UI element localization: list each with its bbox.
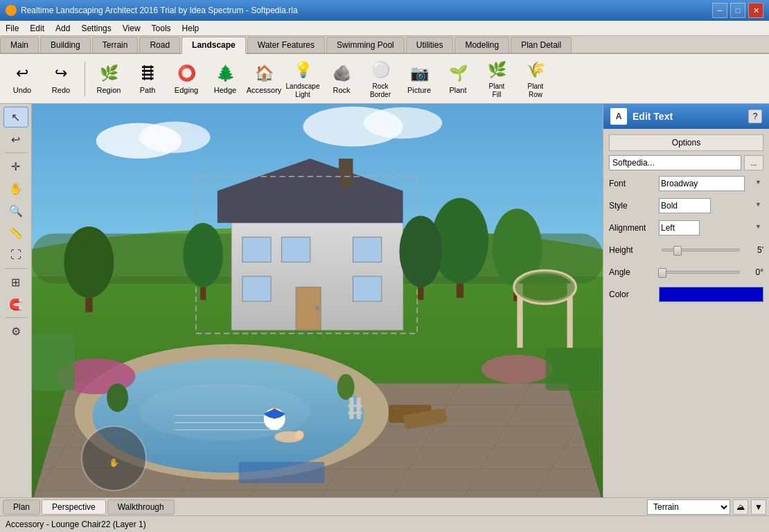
toolbar-rock[interactable]: 🪨 Rock (324, 57, 360, 100)
menu-view[interactable]: View (117, 22, 146, 35)
undo-label: Undo (13, 86, 31, 95)
maximize-button[interactable]: □ (730, 3, 745, 18)
height-label: Height (609, 245, 659, 255)
tab-road[interactable]: Road (139, 37, 180, 53)
terrain-dropdown[interactable]: Terrain Region Path Edging (647, 499, 730, 515)
zoom-tool[interactable]: 🔍 (3, 200, 28, 221)
toolbar-landscape-light[interactable]: 💡 LandscapeLight (285, 57, 321, 100)
hedge-label: Hedge (214, 86, 236, 95)
menu-file[interactable]: File (0, 22, 24, 35)
tab-swimming-pool[interactable]: Swimming Pool (326, 37, 405, 53)
style-select-wrapper: Bold Regular Italic Bold Italic (659, 198, 763, 213)
menu-settings[interactable]: Settings (76, 22, 116, 35)
plant-row-icon: 🌾 (524, 59, 547, 81)
alignment-label: Alignment (609, 223, 659, 233)
settings-tool[interactable]: ⚙ (3, 321, 28, 342)
select-tool[interactable]: ↖ (3, 107, 28, 127)
toolbar-plant-fill[interactable]: 🌿 PlantFill (479, 57, 515, 100)
landscape-light-icon: 💡 (292, 59, 314, 81)
style-row: Style Bold Regular Italic Bold Italic (609, 197, 763, 215)
region-icon: 🌿 (98, 62, 120, 85)
right-panel: A Edit Text ? Options ... Font Broadway … (603, 104, 769, 497)
options-button[interactable]: Options (609, 134, 763, 151)
angle-slider-track[interactable] (662, 271, 740, 274)
angle-value: 0° (743, 267, 763, 277)
toolbar-rock-border[interactable]: ⚪ RockBorder (362, 57, 398, 100)
region-label: Region (97, 86, 121, 95)
fullscreen-tool[interactable]: ⛶ (3, 245, 28, 265)
accessory-label: Accessory (247, 86, 282, 95)
toolbar-plant-row[interactable]: 🌾 PlantRow (518, 57, 554, 100)
svg-point-8 (64, 227, 114, 298)
toolbar: ↩ Undo ↪ Redo 🌿 Region 🛤 Path ⭕ Edging 🌲… (0, 54, 769, 104)
height-slider-thumb[interactable] (673, 246, 682, 256)
edit-text-header: A Edit Text ? (603, 104, 769, 129)
terrain-icon-btn-1[interactable]: ⛰ (733, 499, 748, 515)
alignment-select[interactable]: Left Center Right (659, 220, 700, 236)
toolbar-accessory[interactable]: 🏠 Accessory (246, 57, 282, 100)
title-bar: Realtime Landscaping Architect 2016 Tria… (0, 0, 769, 21)
color-row: Color (609, 285, 763, 303)
angle-slider-thumb[interactable] (658, 268, 666, 278)
rock-border-label: RockBorder (370, 82, 391, 99)
crosshair-tool[interactable]: ✛ (3, 156, 28, 177)
titlebar-left: Realtime Landscaping Architect 2016 Tria… (6, 5, 298, 16)
menu-tools[interactable]: Tools (146, 22, 177, 35)
close-button[interactable]: ✕ (748, 3, 763, 18)
tool-separator-3 (5, 317, 27, 318)
menu-help[interactable]: Help (177, 22, 205, 35)
tab-plan-detail[interactable]: Plan Detail (511, 37, 572, 53)
angle-row: Angle 0° (609, 263, 763, 281)
toolbar-picture[interactable]: 📷 Picture (401, 57, 437, 100)
minimize-button[interactable]: ─ (712, 3, 727, 18)
tab-water-features[interactable]: Water Features (247, 37, 325, 53)
svg-rect-69 (239, 462, 325, 484)
toolbar-plant[interactable]: 🌱 Plant (440, 57, 476, 100)
window-title: Realtime Landscaping Architect 2016 Tria… (21, 6, 298, 15)
canvas-area[interactable]: SOFTPEDIA (32, 104, 603, 497)
toolbar-path[interactable]: 🛤 Path (130, 57, 166, 100)
color-swatch[interactable] (659, 287, 763, 302)
help-button[interactable]: ? (748, 109, 762, 123)
tab-perspective[interactable]: Perspective (42, 499, 106, 515)
svg-rect-26 (200, 287, 206, 300)
toolbar-region[interactable]: 🌿 Region (91, 57, 127, 100)
height-row: Height 5' (609, 241, 763, 259)
menu-edit[interactable]: Edit (24, 22, 50, 35)
browse-button[interactable]: ... (744, 155, 763, 170)
style-select[interactable]: Bold Regular Italic Bold Italic (659, 198, 711, 213)
svg-point-62 (337, 374, 355, 400)
tab-terrain[interactable]: Terrain (92, 37, 139, 53)
tab-landscape[interactable]: Landscape (182, 37, 246, 54)
menu-add[interactable]: Add (50, 22, 76, 35)
text-icon-letter: A (616, 112, 622, 121)
svg-point-25 (183, 223, 223, 287)
tab-main[interactable]: Main (0, 37, 39, 53)
height-value: 5' (743, 245, 763, 255)
pan-tool[interactable]: ✋ (3, 178, 28, 199)
rock-icon: 🪨 (330, 62, 353, 85)
plant-row-label: PlantRow (528, 82, 544, 99)
height-slider-track[interactable] (662, 249, 740, 251)
text-input[interactable] (609, 155, 741, 170)
toolbar-edging[interactable]: ⭕ Edging (168, 57, 204, 100)
path-label: Path (140, 86, 156, 95)
font-select[interactable]: Broadway Arial Times New Roman Verdana (659, 176, 745, 191)
font-label: Font (609, 179, 659, 188)
toolbar-hedge[interactable]: 🌲 Hedge (207, 57, 243, 100)
tab-building[interactable]: Building (40, 37, 91, 53)
tab-modeling[interactable]: Modeling (454, 37, 509, 53)
redo-button[interactable]: ↪ Redo (43, 57, 79, 100)
status-text: Accessory - Lounge Chair22 (Layer 1) (6, 520, 146, 529)
terrain-icon-btn-2[interactable]: ▼ (751, 499, 766, 515)
undo-tool[interactable]: ↩ (3, 129, 28, 150)
grid-tool[interactable]: ⊞ (3, 272, 28, 292)
measure-tool[interactable]: 📏 (3, 222, 28, 243)
tab-walkthrough[interactable]: Walkthrough (107, 499, 175, 515)
snap-tool[interactable]: 🧲 (3, 294, 28, 314)
tab-plan[interactable]: Plan (3, 499, 40, 515)
undo-button[interactable]: ↩ Undo (4, 57, 40, 100)
rock-label: Rock (333, 86, 350, 95)
svg-point-2 (139, 121, 211, 152)
tab-utilities[interactable]: Utilities (406, 37, 454, 53)
